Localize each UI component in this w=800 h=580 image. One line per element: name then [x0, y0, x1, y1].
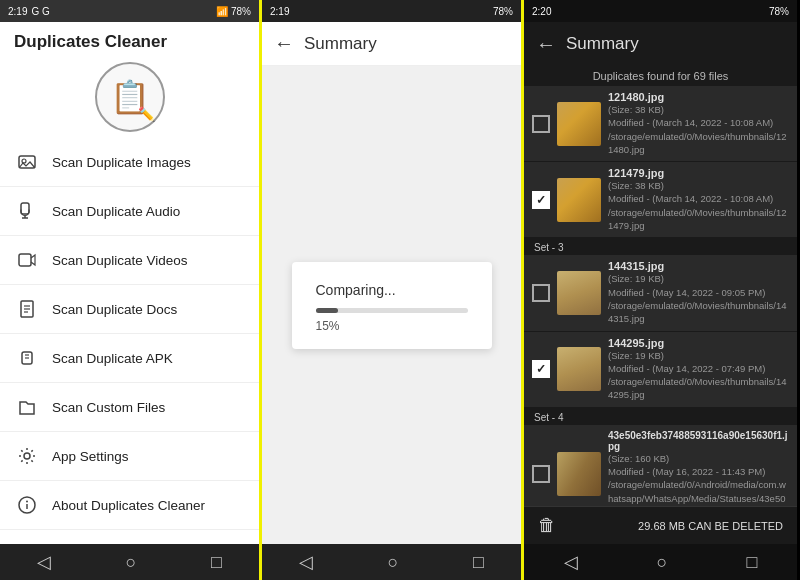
settings-icon	[14, 443, 40, 469]
dup-info-4: 144295.jpg (Size: 19 KB) Modified - (May…	[608, 337, 789, 402]
status-bar-panel1: 2:19 G G 📶 78%	[0, 0, 259, 22]
nav-back-panel1[interactable]: ◁	[21, 547, 67, 577]
nav-home-panel1[interactable]: ○	[110, 548, 153, 577]
meta-2: (Size: 38 KB) Modified - (March 14, 2022…	[608, 179, 789, 232]
menu-label-scan-audio: Scan Duplicate Audio	[52, 204, 180, 219]
back-arrow-panel3[interactable]: ←	[536, 33, 556, 56]
checkbox-5[interactable]	[532, 465, 550, 483]
nav-recents-panel1[interactable]: □	[195, 548, 238, 577]
checkbox-2[interactable]	[532, 191, 550, 209]
app-icon: 📋✏️	[95, 62, 165, 132]
panel3-topbar: ← Summary	[524, 22, 797, 66]
progress-bar-background	[316, 308, 468, 313]
dup-item-2: 121479.jpg (Size: 38 KB) Modified - (Mar…	[524, 162, 797, 238]
panel2-content: Comparing... 15%	[262, 66, 521, 544]
modified-5: Modified - (May 16, 2022 - 11:43 PM)	[608, 466, 765, 477]
status-battery-panel3: 78%	[769, 6, 789, 17]
menu-item-app-settings[interactable]: App Settings	[0, 432, 259, 481]
delete-bar: 🗑 29.68 MB CAN BE DELETED	[524, 506, 797, 544]
svg-rect-5	[19, 254, 31, 266]
dup-item-1: 121480.jpg (Size: 38 KB) Modified - (Mar…	[524, 86, 797, 162]
modified-4: Modified - (May 14, 2022 - 07:49 PM)	[608, 363, 765, 374]
menu-item-scan-docs[interactable]: Scan Duplicate Docs	[0, 285, 259, 334]
menu-item-scan-custom[interactable]: Scan Custom Files	[0, 383, 259, 432]
menu-label-scan-apk: Scan Duplicate APK	[52, 351, 173, 366]
set-label-3: Set - 3	[524, 238, 797, 255]
nav-back-panel3[interactable]: ◁	[548, 547, 594, 577]
menu-item-about[interactable]: About Duplicates Cleaner	[0, 481, 259, 530]
status-time: 2:19	[8, 6, 27, 17]
svg-point-1	[22, 159, 26, 163]
checkbox-1[interactable]	[532, 115, 550, 133]
dup-info-2: 121479.jpg (Size: 38 KB) Modified - (Mar…	[608, 167, 789, 232]
size-2: (Size: 38 KB)	[608, 180, 664, 191]
size-3: (Size: 19 KB)	[608, 273, 664, 284]
back-arrow-panel2[interactable]: ←	[274, 32, 294, 55]
set-label-4: Set - 4	[524, 408, 797, 425]
comparing-card: Comparing... 15%	[292, 262, 492, 349]
progress-bar-fill	[316, 308, 339, 313]
status-wifi-icon: 📶	[216, 6, 228, 17]
size-5: (Size: 160 KB)	[608, 453, 669, 464]
path-3: /storage/emulated/0/Movies/thumbnails/14…	[608, 300, 787, 324]
path-2: /storage/emulated/0/Movies/thumbnails/12…	[608, 207, 787, 231]
app-icon-area: 📋✏️	[0, 52, 259, 138]
dup-item-3: 144315.jpg (Size: 19 KB) Modified - (May…	[524, 255, 797, 331]
svg-rect-2	[21, 203, 29, 214]
path-4: /storage/emulated/0/Movies/thumbnails/14…	[608, 376, 787, 400]
thumb-3	[557, 271, 601, 315]
panel2-topbar: ← Summary	[262, 22, 521, 66]
trash-icon[interactable]: 🗑	[538, 515, 556, 536]
scan-apk-icon	[14, 345, 40, 371]
meta-3: (Size: 19 KB) Modified - (May 14, 2022 -…	[608, 272, 789, 325]
status-network-icons: G G	[31, 6, 49, 17]
menu-item-scan-apk[interactable]: Scan Duplicate APK	[0, 334, 259, 383]
app-title: Duplicates Cleaner	[0, 22, 259, 52]
svg-point-13	[24, 453, 30, 459]
panel2-title: Summary	[304, 34, 377, 54]
nav-recents-panel3[interactable]: □	[731, 548, 774, 577]
status-time-panel3: 2:20	[532, 6, 551, 17]
status-bar-panel3: 2:20 78%	[524, 0, 797, 22]
delete-size-info: 29.68 MB CAN BE DELETED	[638, 520, 783, 532]
scan-audio-icon	[14, 198, 40, 224]
size-1: (Size: 38 KB)	[608, 104, 664, 115]
filename-2: 121479.jpg	[608, 167, 789, 179]
path-1: /storage/emulated/0/Movies/thumbnails/12…	[608, 131, 787, 155]
menu-item-scan-images[interactable]: Scan Duplicate Images	[0, 138, 259, 187]
filename-3: 144315.jpg	[608, 260, 789, 272]
nav-bar-panel1: ◁ ○ □	[0, 544, 259, 580]
menu-label-settings: App Settings	[52, 449, 129, 464]
menu-label-scan-custom: Scan Custom Files	[52, 400, 165, 415]
status-time-panel2: 2:19	[270, 6, 289, 17]
status-battery-panel2: 78%	[493, 6, 513, 17]
status-bar-panel2: 2:19 78%	[262, 0, 521, 22]
panel-comparing: 2:19 78% ← Summary Comparing... 15% ◁ ○ …	[262, 0, 524, 580]
nav-bar-panel2: ◁ ○ □	[262, 544, 521, 580]
menu-item-scan-videos[interactable]: Scan Duplicate Videos	[0, 236, 259, 285]
summary-list: 121480.jpg (Size: 38 KB) Modified - (Mar…	[524, 86, 797, 506]
status-time-left: 2:19 G G	[8, 6, 50, 17]
panel3-title: Summary	[566, 34, 639, 54]
modified-1: Modified - (March 14, 2022 - 10:08 AM)	[608, 117, 773, 128]
nav-back-panel2[interactable]: ◁	[283, 547, 329, 577]
nav-recents-panel2[interactable]: □	[457, 548, 500, 577]
menu-item-scan-audio[interactable]: Scan Duplicate Audio	[0, 187, 259, 236]
thumb-5	[557, 452, 601, 496]
panel-main-menu: 2:19 G G 📶 78% Duplicates Cleaner 📋✏️ Sc…	[0, 0, 262, 580]
checkbox-3[interactable]	[532, 284, 550, 302]
svg-rect-0	[19, 156, 35, 168]
nav-home-panel3[interactable]: ○	[641, 548, 684, 577]
checkbox-4[interactable]	[532, 360, 550, 378]
thumb-2	[557, 178, 601, 222]
dup-item-5: 43e50e3feb37488593116a90e15630f1.jpg (Si…	[524, 425, 797, 506]
modified-2: Modified - (March 14, 2022 - 10:08 AM)	[608, 193, 773, 204]
modified-3: Modified - (May 14, 2022 - 09:05 PM)	[608, 287, 765, 298]
comparing-label: Comparing...	[316, 282, 468, 298]
menu-label-about: About Duplicates Cleaner	[52, 498, 205, 513]
thumb-1	[557, 102, 601, 146]
status-right-panel1: 📶 78%	[216, 6, 251, 17]
dup-item-4: 144295.jpg (Size: 19 KB) Modified - (May…	[524, 332, 797, 408]
menu-label-scan-images: Scan Duplicate Images	[52, 155, 191, 170]
nav-home-panel2[interactable]: ○	[372, 548, 415, 577]
